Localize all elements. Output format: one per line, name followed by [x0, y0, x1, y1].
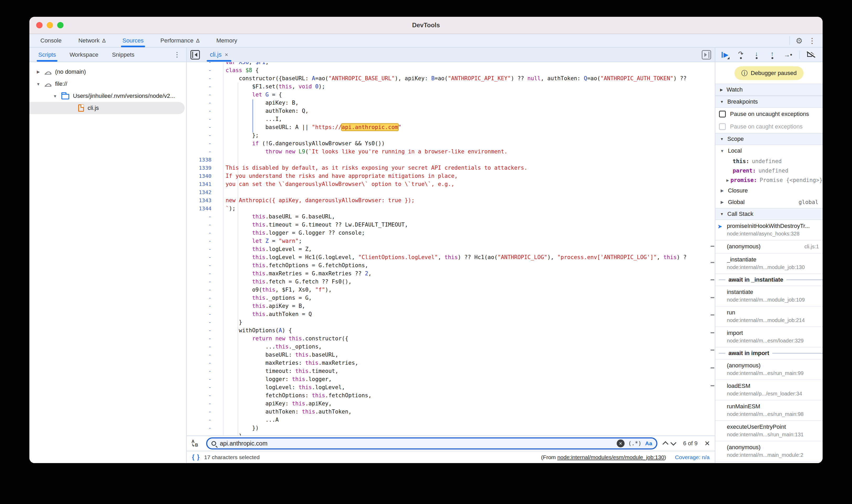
close-tab-icon[interactable]: ×: [225, 51, 228, 58]
chevron-down-icon[interactable]: [671, 440, 676, 446]
scope-property[interactable]: this:undefined: [715, 157, 823, 166]
line-gutter[interactable]: -: [187, 286, 224, 294]
coverage-link[interactable]: Coverage: n/a: [675, 454, 710, 461]
line-gutter[interactable]: -: [187, 400, 224, 408]
code-line-text[interactable]: apiKey: this.apiKey,: [224, 400, 715, 408]
call-stack-frame[interactable]: _instantiatenode:internal/m...module_job…: [715, 254, 823, 274]
code-line-text[interactable]: fetchOptions: this.fetchOptions,: [224, 392, 715, 400]
line-gutter[interactable]: 1338: [187, 156, 224, 164]
chevron-right-icon[interactable]: ▶: [720, 188, 725, 193]
line-gutter[interactable]: -: [187, 74, 224, 83]
search-query-text[interactable]: api.anthropic.com: [220, 440, 613, 447]
line-gutter[interactable]: -: [187, 62, 224, 66]
line-gutter[interactable]: -: [187, 229, 224, 237]
chevron-right-icon[interactable]: ▶: [36, 70, 41, 74]
search-input[interactable]: api.anthropic.com ✕ (.*) Aa: [206, 437, 657, 449]
scope-property[interactable]: ▶promise:Promise {<pending>}: [715, 176, 823, 185]
line-gutter[interactable]: -: [187, 375, 224, 383]
step-over-icon[interactable]: ↷: [736, 50, 745, 59]
code-line-text[interactable]: timeout: this.timeout,: [224, 367, 715, 375]
checkbox[interactable]: [719, 111, 726, 118]
line-gutter[interactable]: -: [187, 115, 224, 123]
call-stack-frame[interactable]: runnode:internal/m...module_job:214: [715, 307, 823, 327]
step-out-icon[interactable]: ↑: [768, 50, 777, 59]
scope-property[interactable]: parent:undefined: [715, 166, 823, 176]
code-line-text[interactable]: this._options = G,: [224, 294, 715, 302]
deactivate-breakpoints-icon[interactable]: [806, 52, 816, 58]
scope-group-global[interactable]: ▶Globalglobal: [715, 196, 823, 208]
code-line-text[interactable]: throw new L9(`It looks like you're runni…: [224, 148, 715, 156]
tree-item[interactable]: ▼☁file://: [29, 78, 186, 90]
chevron-down-icon[interactable]: ▼: [36, 82, 41, 86]
chevron-right-icon[interactable]: ▶: [720, 88, 723, 92]
code-line-text[interactable]: let G = {: [224, 91, 715, 99]
code-line-text[interactable]: baseURL: A || "https://api.anthropic.com…: [224, 123, 715, 131]
tab-cli-js[interactable]: cli.js ×: [206, 48, 232, 61]
code-line-text[interactable]: If you understand the risks and have app…: [224, 172, 715, 180]
line-gutter[interactable]: -: [187, 326, 224, 335]
close-icon[interactable]: ✕: [704, 439, 710, 448]
match-case-toggle[interactable]: Aa: [645, 440, 652, 447]
code-line-text[interactable]: ...A: [224, 416, 715, 424]
line-gutter[interactable]: -: [187, 294, 224, 302]
line-gutter[interactable]: -: [187, 83, 224, 91]
regex-toggle[interactable]: (.*): [628, 440, 642, 447]
code-line-text[interactable]: apiKey: B,: [224, 99, 715, 107]
line-gutter[interactable]: -: [187, 148, 224, 156]
line-gutter[interactable]: -: [187, 131, 224, 140]
call-stack-frame[interactable]: (anonymous)node:internal/m...main_module…: [715, 441, 823, 462]
line-gutter[interactable]: 1341: [187, 180, 224, 188]
resume-icon[interactable]: ▶: [721, 50, 729, 59]
tree-item[interactable]: cli.js: [29, 102, 185, 114]
tab-network[interactable]: NetworkΔ: [77, 34, 107, 47]
line-gutter[interactable]: -: [187, 107, 224, 115]
code-line-text[interactable]: class $8 {: [224, 66, 715, 74]
chevron-right-icon[interactable]: ▶: [720, 200, 725, 204]
line-gutter[interactable]: -: [187, 335, 224, 343]
call-stack-frame[interactable]: instantiatenode:internal/m...module_job:…: [715, 286, 823, 307]
code-line-text[interactable]: o9(this, $F1, Xs0, "f"),: [224, 286, 715, 294]
code-line-text[interactable]: this.logger = G.logger ?? console;: [224, 229, 715, 237]
line-gutter[interactable]: 1342: [187, 188, 224, 196]
code-line-text[interactable]: this.fetchOptions = G.fetchOptions,: [224, 262, 715, 270]
tab-console[interactable]: Console: [39, 34, 63, 47]
code-line-text[interactable]: withOptions(A) {: [224, 326, 715, 335]
code-line-text[interactable]: new Anthropic({ apiKey, dangerouslyAllow…: [224, 196, 715, 204]
code-line-text[interactable]: return new this.constructor({: [224, 335, 715, 343]
chevron-down-icon[interactable]: ▼: [52, 94, 58, 98]
code-line-text[interactable]: this.apiKey = B,: [224, 302, 715, 310]
code-editor[interactable]: -var X50, $F1;-class $8 {- constructor({…: [187, 62, 715, 435]
step-icon[interactable]: →•: [783, 50, 793, 59]
line-gutter[interactable]: -: [187, 432, 224, 435]
navigator-more-kebab-icon[interactable]: ⋮: [174, 48, 186, 61]
line-gutter[interactable]: -: [187, 359, 224, 367]
code-line-text[interactable]: [224, 188, 715, 196]
code-line-text[interactable]: this.logLevel = Hc1(G.logLevel, "ClientO…: [224, 253, 715, 262]
find-replace-toggle-icon[interactable]: A↳B: [192, 440, 201, 447]
code-line-text[interactable]: [224, 156, 715, 164]
line-gutter[interactable]: -: [187, 253, 224, 262]
code-line-text[interactable]: This is disabled by default, as it risks…: [224, 164, 715, 172]
call-stack-frame[interactable]: executeUserEntryPointnode:internal/m...s…: [715, 421, 823, 441]
code-line-text[interactable]: $F1.set(this, void 0);: [224, 83, 715, 91]
line-gutter[interactable]: 1343: [187, 196, 224, 204]
line-gutter[interactable]: -: [187, 123, 224, 131]
code-line-text[interactable]: `);: [224, 204, 715, 213]
code-line-text[interactable]: let Z = "warn";: [224, 237, 715, 245]
line-gutter[interactable]: -: [187, 140, 224, 148]
line-gutter[interactable]: -: [187, 408, 224, 416]
line-gutter[interactable]: -: [187, 367, 224, 375]
line-gutter[interactable]: -: [187, 262, 224, 270]
line-gutter[interactable]: -: [187, 392, 224, 400]
line-gutter[interactable]: -: [187, 310, 224, 318]
navigator-tab-snippets[interactable]: Snippets: [110, 48, 136, 61]
chevron-down-icon[interactable]: ▼: [720, 212, 724, 216]
scope-group-local[interactable]: ▼Local: [715, 145, 823, 157]
code-line-text[interactable]: baseURL: this.baseURL,: [224, 351, 715, 359]
code-line-text[interactable]: this.fetch = G.fetch ?? Fs0(),: [224, 278, 715, 286]
main-menu-kebab-icon[interactable]: ⋮: [809, 36, 816, 45]
tab-performance[interactable]: PerformanceΔ: [159, 34, 201, 47]
line-gutter[interactable]: -: [187, 302, 224, 310]
code-line-text[interactable]: you can set the \`dangerouslyAllowBrowse…: [224, 180, 715, 188]
chevron-right-icon[interactable]: ▶: [726, 178, 730, 182]
